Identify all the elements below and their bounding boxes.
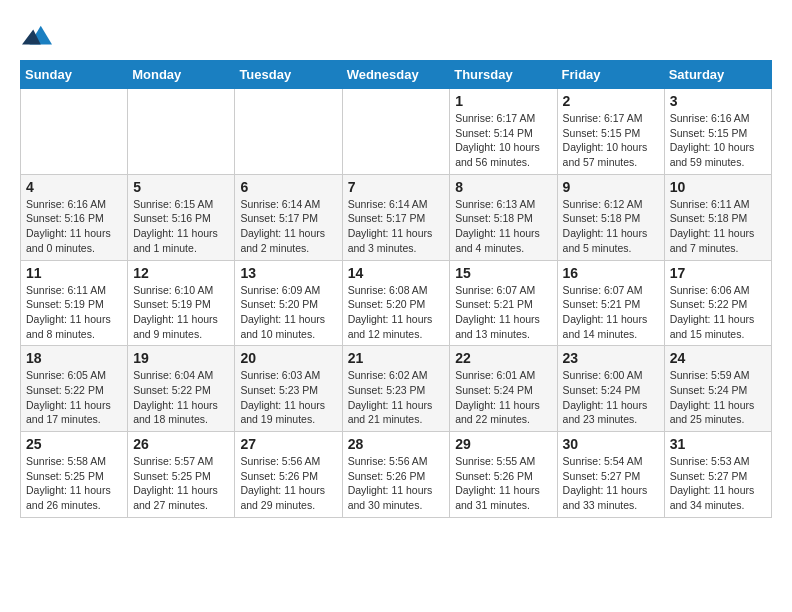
day-info: Sunrise: 6:14 AM Sunset: 5:17 PM Dayligh… xyxy=(240,197,336,256)
calendar-cell: 18Sunrise: 6:05 AM Sunset: 5:22 PM Dayli… xyxy=(21,346,128,432)
week-row-2: 4Sunrise: 6:16 AM Sunset: 5:16 PM Daylig… xyxy=(21,174,772,260)
day-info: Sunrise: 6:13 AM Sunset: 5:18 PM Dayligh… xyxy=(455,197,551,256)
day-number: 9 xyxy=(563,179,659,195)
day-header-friday: Friday xyxy=(557,61,664,89)
day-info: Sunrise: 6:03 AM Sunset: 5:23 PM Dayligh… xyxy=(240,368,336,427)
page-header xyxy=(20,20,772,50)
day-info: Sunrise: 6:11 AM Sunset: 5:18 PM Dayligh… xyxy=(670,197,766,256)
day-number: 15 xyxy=(455,265,551,281)
week-row-3: 11Sunrise: 6:11 AM Sunset: 5:19 PM Dayli… xyxy=(21,260,772,346)
day-info: Sunrise: 5:59 AM Sunset: 5:24 PM Dayligh… xyxy=(670,368,766,427)
calendar-cell xyxy=(21,89,128,175)
day-header-thursday: Thursday xyxy=(450,61,557,89)
day-number: 7 xyxy=(348,179,445,195)
day-number: 10 xyxy=(670,179,766,195)
calendar-cell: 1Sunrise: 6:17 AM Sunset: 5:14 PM Daylig… xyxy=(450,89,557,175)
day-info: Sunrise: 5:56 AM Sunset: 5:26 PM Dayligh… xyxy=(240,454,336,513)
day-number: 30 xyxy=(563,436,659,452)
calendar-header-row: SundayMondayTuesdayWednesdayThursdayFrid… xyxy=(21,61,772,89)
calendar-cell: 27Sunrise: 5:56 AM Sunset: 5:26 PM Dayli… xyxy=(235,432,342,518)
calendar-cell: 15Sunrise: 6:07 AM Sunset: 5:21 PM Dayli… xyxy=(450,260,557,346)
calendar-cell: 8Sunrise: 6:13 AM Sunset: 5:18 PM Daylig… xyxy=(450,174,557,260)
day-info: Sunrise: 5:57 AM Sunset: 5:25 PM Dayligh… xyxy=(133,454,229,513)
day-info: Sunrise: 5:55 AM Sunset: 5:26 PM Dayligh… xyxy=(455,454,551,513)
week-row-1: 1Sunrise: 6:17 AM Sunset: 5:14 PM Daylig… xyxy=(21,89,772,175)
day-info: Sunrise: 6:10 AM Sunset: 5:19 PM Dayligh… xyxy=(133,283,229,342)
day-number: 3 xyxy=(670,93,766,109)
calendar-cell: 21Sunrise: 6:02 AM Sunset: 5:23 PM Dayli… xyxy=(342,346,450,432)
day-info: Sunrise: 6:09 AM Sunset: 5:20 PM Dayligh… xyxy=(240,283,336,342)
day-info: Sunrise: 6:17 AM Sunset: 5:14 PM Dayligh… xyxy=(455,111,551,170)
day-number: 4 xyxy=(26,179,122,195)
calendar-cell xyxy=(342,89,450,175)
day-number: 24 xyxy=(670,350,766,366)
calendar-cell: 7Sunrise: 6:14 AM Sunset: 5:17 PM Daylig… xyxy=(342,174,450,260)
day-header-tuesday: Tuesday xyxy=(235,61,342,89)
calendar-cell: 10Sunrise: 6:11 AM Sunset: 5:18 PM Dayli… xyxy=(664,174,771,260)
calendar-cell: 19Sunrise: 6:04 AM Sunset: 5:22 PM Dayli… xyxy=(128,346,235,432)
day-number: 11 xyxy=(26,265,122,281)
day-info: Sunrise: 6:07 AM Sunset: 5:21 PM Dayligh… xyxy=(455,283,551,342)
day-number: 19 xyxy=(133,350,229,366)
calendar-cell: 3Sunrise: 6:16 AM Sunset: 5:15 PM Daylig… xyxy=(664,89,771,175)
calendar-cell: 26Sunrise: 5:57 AM Sunset: 5:25 PM Dayli… xyxy=(128,432,235,518)
calendar-cell: 5Sunrise: 6:15 AM Sunset: 5:16 PM Daylig… xyxy=(128,174,235,260)
calendar-cell: 20Sunrise: 6:03 AM Sunset: 5:23 PM Dayli… xyxy=(235,346,342,432)
day-number: 5 xyxy=(133,179,229,195)
day-header-saturday: Saturday xyxy=(664,61,771,89)
calendar-cell: 14Sunrise: 6:08 AM Sunset: 5:20 PM Dayli… xyxy=(342,260,450,346)
calendar-cell: 2Sunrise: 6:17 AM Sunset: 5:15 PM Daylig… xyxy=(557,89,664,175)
day-info: Sunrise: 6:17 AM Sunset: 5:15 PM Dayligh… xyxy=(563,111,659,170)
day-number: 14 xyxy=(348,265,445,281)
day-number: 26 xyxy=(133,436,229,452)
logo-icon xyxy=(22,20,52,50)
day-info: Sunrise: 6:07 AM Sunset: 5:21 PM Dayligh… xyxy=(563,283,659,342)
day-info: Sunrise: 6:05 AM Sunset: 5:22 PM Dayligh… xyxy=(26,368,122,427)
calendar-cell: 4Sunrise: 6:16 AM Sunset: 5:16 PM Daylig… xyxy=(21,174,128,260)
day-number: 8 xyxy=(455,179,551,195)
day-number: 21 xyxy=(348,350,445,366)
day-number: 27 xyxy=(240,436,336,452)
week-row-5: 25Sunrise: 5:58 AM Sunset: 5:25 PM Dayli… xyxy=(21,432,772,518)
day-info: Sunrise: 6:02 AM Sunset: 5:23 PM Dayligh… xyxy=(348,368,445,427)
day-number: 23 xyxy=(563,350,659,366)
day-number: 12 xyxy=(133,265,229,281)
calendar-cell: 22Sunrise: 6:01 AM Sunset: 5:24 PM Dayli… xyxy=(450,346,557,432)
day-number: 31 xyxy=(670,436,766,452)
day-info: Sunrise: 5:54 AM Sunset: 5:27 PM Dayligh… xyxy=(563,454,659,513)
day-info: Sunrise: 6:14 AM Sunset: 5:17 PM Dayligh… xyxy=(348,197,445,256)
calendar-cell: 29Sunrise: 5:55 AM Sunset: 5:26 PM Dayli… xyxy=(450,432,557,518)
day-info: Sunrise: 6:04 AM Sunset: 5:22 PM Dayligh… xyxy=(133,368,229,427)
day-number: 25 xyxy=(26,436,122,452)
day-info: Sunrise: 6:11 AM Sunset: 5:19 PM Dayligh… xyxy=(26,283,122,342)
day-info: Sunrise: 6:16 AM Sunset: 5:16 PM Dayligh… xyxy=(26,197,122,256)
day-number: 13 xyxy=(240,265,336,281)
day-number: 2 xyxy=(563,93,659,109)
day-number: 17 xyxy=(670,265,766,281)
day-info: Sunrise: 5:58 AM Sunset: 5:25 PM Dayligh… xyxy=(26,454,122,513)
calendar-cell: 31Sunrise: 5:53 AM Sunset: 5:27 PM Dayli… xyxy=(664,432,771,518)
calendar-cell: 9Sunrise: 6:12 AM Sunset: 5:18 PM Daylig… xyxy=(557,174,664,260)
calendar-cell: 16Sunrise: 6:07 AM Sunset: 5:21 PM Dayli… xyxy=(557,260,664,346)
day-header-monday: Monday xyxy=(128,61,235,89)
day-info: Sunrise: 5:56 AM Sunset: 5:26 PM Dayligh… xyxy=(348,454,445,513)
day-info: Sunrise: 6:16 AM Sunset: 5:15 PM Dayligh… xyxy=(670,111,766,170)
day-number: 16 xyxy=(563,265,659,281)
calendar-cell: 13Sunrise: 6:09 AM Sunset: 5:20 PM Dayli… xyxy=(235,260,342,346)
day-info: Sunrise: 6:01 AM Sunset: 5:24 PM Dayligh… xyxy=(455,368,551,427)
day-number: 20 xyxy=(240,350,336,366)
calendar-cell xyxy=(128,89,235,175)
day-info: Sunrise: 5:53 AM Sunset: 5:27 PM Dayligh… xyxy=(670,454,766,513)
week-row-4: 18Sunrise: 6:05 AM Sunset: 5:22 PM Dayli… xyxy=(21,346,772,432)
calendar-table: SundayMondayTuesdayWednesdayThursdayFrid… xyxy=(20,60,772,518)
day-info: Sunrise: 6:00 AM Sunset: 5:24 PM Dayligh… xyxy=(563,368,659,427)
calendar-cell: 30Sunrise: 5:54 AM Sunset: 5:27 PM Dayli… xyxy=(557,432,664,518)
day-number: 22 xyxy=(455,350,551,366)
day-info: Sunrise: 6:15 AM Sunset: 5:16 PM Dayligh… xyxy=(133,197,229,256)
calendar-cell: 12Sunrise: 6:10 AM Sunset: 5:19 PM Dayli… xyxy=(128,260,235,346)
calendar-cell: 17Sunrise: 6:06 AM Sunset: 5:22 PM Dayli… xyxy=(664,260,771,346)
calendar-cell: 24Sunrise: 5:59 AM Sunset: 5:24 PM Dayli… xyxy=(664,346,771,432)
logo xyxy=(20,20,52,50)
calendar-cell: 11Sunrise: 6:11 AM Sunset: 5:19 PM Dayli… xyxy=(21,260,128,346)
calendar-cell: 6Sunrise: 6:14 AM Sunset: 5:17 PM Daylig… xyxy=(235,174,342,260)
